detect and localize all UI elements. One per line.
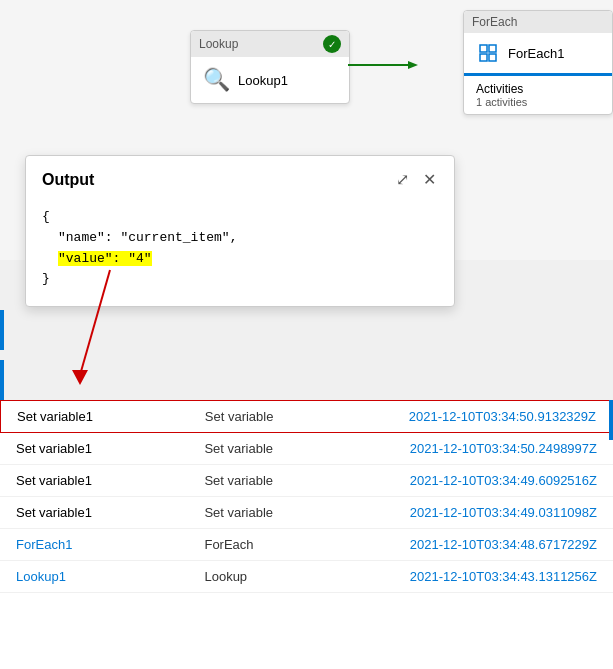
table-row: Lookup1Lookup2021-12-10T03:34:43.1311256…: [0, 561, 613, 593]
close-button[interactable]: ✕: [421, 168, 438, 191]
cell-name: Set variable1: [16, 473, 204, 488]
foreach-icon: [476, 41, 500, 65]
table-row: Set variable1Set variable2021-12-10T03:3…: [0, 465, 613, 497]
lookup-node-header: Lookup ✓: [191, 31, 349, 57]
activities-count: 1 activities: [476, 96, 600, 108]
svg-marker-1: [408, 61, 418, 69]
cell-timestamp: 2021-12-10T03:34:48.6717229Z: [361, 537, 597, 552]
table-row: ForEach1ForEach2021-12-10T03:34:48.67172…: [0, 529, 613, 561]
activities-label: Activities: [476, 82, 600, 96]
annotation-arrow: [60, 265, 150, 395]
cell-timestamp: 2021-12-10T03:34:43.1311256Z: [361, 569, 597, 584]
cell-name[interactable]: Lookup1: [16, 569, 204, 584]
output-popup-header: Output ⤢ ✕: [26, 156, 454, 199]
lookup-node-label: Lookup1: [238, 73, 288, 88]
connector-line: [348, 55, 438, 75]
cell-type: Set variable: [204, 473, 361, 488]
cell-name: Set variable1: [17, 409, 205, 424]
cell-timestamp: 2021-12-10T03:34:49.0311098Z: [361, 505, 597, 520]
cell-timestamp: 2021-12-10T03:34:50.9132329Z: [361, 409, 596, 424]
cell-name: Set variable1: [16, 505, 204, 520]
cell-timestamp: 2021-12-10T03:34:49.6092516Z: [361, 473, 597, 488]
success-badge: ✓: [323, 35, 341, 53]
lookup-node[interactable]: Lookup ✓ 🔍 Lookup1: [190, 30, 350, 104]
cell-type: Lookup: [204, 569, 361, 584]
svg-rect-2: [480, 45, 487, 52]
cell-name[interactable]: ForEach1: [16, 537, 204, 552]
right-accent-bar: [609, 400, 613, 440]
output-title: Output: [42, 171, 94, 189]
foreach-node-body: ForEach1: [464, 33, 612, 73]
foreach-node-title: ForEach: [472, 15, 517, 29]
foreach-node-label: ForEach1: [508, 46, 564, 61]
search-icon: 🔍: [203, 67, 230, 93]
output-line-2: "name": "current_item",: [42, 228, 438, 249]
svg-rect-3: [489, 45, 496, 52]
left-bar-2: [0, 360, 4, 400]
cell-type: ForEach: [204, 537, 361, 552]
foreach-node[interactable]: ForEach ForEach1 Activities 1 activities: [463, 10, 613, 115]
lookup-node-body: 🔍 Lookup1: [191, 57, 349, 103]
svg-rect-4: [480, 54, 487, 61]
cell-name: Set variable1: [16, 441, 204, 456]
cell-timestamp: 2021-12-10T03:34:50.2498997Z: [361, 441, 597, 456]
output-actions: ⤢ ✕: [394, 168, 438, 191]
svg-line-6: [80, 270, 110, 375]
lookup-node-title: Lookup: [199, 37, 238, 51]
svg-marker-7: [72, 370, 88, 385]
table-row: Set variable1Set variable2021-12-10T03:3…: [0, 497, 613, 529]
table-row: Set variable1Set variable2021-12-10T03:3…: [0, 433, 613, 465]
output-line-1: {: [42, 207, 438, 228]
foreach-node-header: ForEach: [464, 11, 612, 33]
foreach-activities: Activities 1 activities: [464, 73, 612, 114]
cell-type: Set variable: [204, 505, 361, 520]
expand-button[interactable]: ⤢: [394, 168, 411, 191]
value-highlight: "value": "4": [58, 251, 152, 266]
table-rows-container: Set variable1Set variable2021-12-10T03:3…: [0, 400, 613, 593]
cell-type: Set variable: [204, 441, 361, 456]
table-row: Set variable1Set variable2021-12-10T03:3…: [0, 400, 613, 433]
svg-rect-5: [489, 54, 496, 61]
activity-table: Set variable1Set variable2021-12-10T03:3…: [0, 400, 613, 669]
cell-type: Set variable: [205, 409, 361, 424]
left-bar-1: [0, 310, 4, 350]
